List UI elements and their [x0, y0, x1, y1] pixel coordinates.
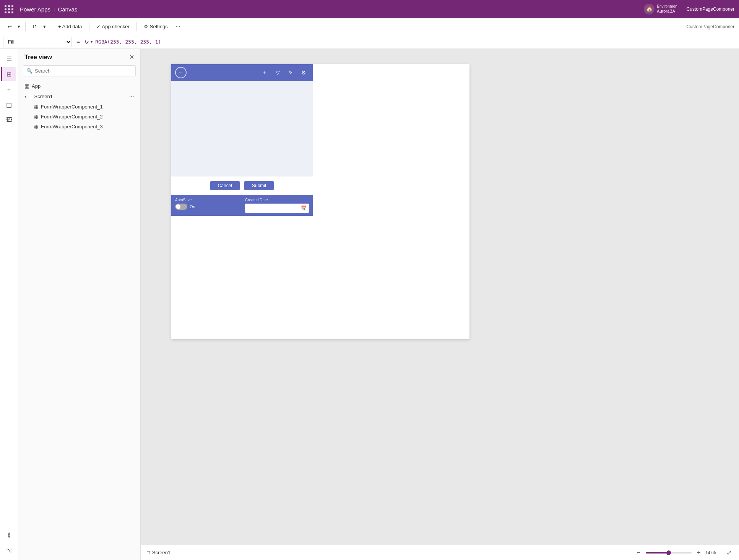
header-actions: + ▽ ✎ ⚙ [259, 67, 309, 78]
title-separator: | [54, 6, 55, 12]
equals-sign: = [75, 39, 81, 45]
tree-item-app[interactable]: ▦ App [18, 81, 140, 91]
toggle-knob [176, 204, 180, 209]
app-launcher-icon[interactable] [5, 5, 14, 13]
formula-input[interactable] [95, 39, 736, 45]
filter-button[interactable]: ▽ [272, 67, 283, 78]
environment-label-text: Environmen [657, 4, 677, 8]
form2-label: FormWrapperComponent_2 [41, 114, 134, 120]
context-label: Canvas [58, 6, 77, 13]
environment-selector[interactable]: 🏠 Environmen AuroraBA [644, 4, 677, 15]
back-icon: ← [178, 70, 184, 76]
tree-close-button[interactable]: ✕ [129, 53, 134, 61]
screen-expand-icon: ▾ [24, 94, 26, 99]
product-name: Power Apps [20, 6, 50, 13]
media-button[interactable]: 🖼 [2, 113, 16, 127]
tree-content: ▦ App ▾ □ Screen1 ··· ▦ FormWrapperCompo… [18, 81, 140, 560]
app-checker-icon: ✓ [96, 24, 101, 29]
screen-label-area: □ Screen1 [147, 550, 171, 555]
back-button[interactable]: ← [175, 67, 187, 78]
screen1-more-button[interactable]: ··· [129, 93, 134, 100]
fit-to-screen-button[interactable]: ⤢ [724, 549, 733, 557]
autosave-label: AutoSave [175, 198, 239, 202]
nav-toggle-button[interactable]: ☰ [2, 52, 16, 66]
save-button[interactable]: 🗋 [29, 22, 41, 31]
zoom-in-button[interactable]: + [695, 549, 703, 557]
add-record-button[interactable]: + [259, 67, 270, 78]
toolbar-separator-4 [136, 22, 137, 31]
filter-icon: ▽ [276, 70, 280, 76]
flows-button[interactable]: ⟫ [2, 528, 16, 542]
app-label: App [32, 83, 134, 89]
zoom-controls: − + 50% ⤢ [634, 549, 733, 557]
undo-button[interactable]: ↩ [5, 22, 15, 31]
toolbar-separator-1 [25, 22, 26, 31]
tree-item-form2[interactable]: ▦ FormWrapperComponent_2 [18, 112, 140, 121]
undo-dropdown-button[interactable]: ▾ [16, 22, 21, 31]
top-bar-right: 🏠 Environmen AuroraBA CustomPageComponer [644, 4, 734, 15]
form-area [171, 81, 313, 176]
screen-icon: □ [147, 550, 150, 555]
app-checker-button[interactable]: ✓ App checker [93, 22, 133, 31]
autosave-toggle-row: On [175, 204, 239, 210]
toolbar-separator-3 [89, 22, 89, 31]
app-canvas: ← + ▽ ✎ ⚙ [171, 64, 469, 339]
tree-search-input[interactable] [35, 66, 132, 76]
insert-button[interactable]: + [2, 83, 16, 96]
tree-item-form1[interactable]: ▦ FormWrapperComponent_1 [18, 102, 140, 112]
submit-button[interactable]: Submit [244, 181, 274, 190]
property-selector[interactable]: Fill [3, 37, 72, 47]
zoom-slider[interactable] [646, 552, 692, 554]
edit-icon: ✎ [288, 70, 293, 76]
environment-info: Environmen AuroraBA [657, 4, 677, 14]
zoom-slider-fill [646, 552, 669, 554]
formula-fx-button[interactable]: fx ▾ [84, 39, 92, 45]
created-date-input[interactable]: 📅 [245, 204, 309, 213]
variables-button[interactable]: ⌥ [2, 543, 16, 557]
formula-chevron-icon: ▾ [90, 40, 92, 44]
tree-item-form3[interactable]: ▦ FormWrapperComponent_3 [18, 121, 140, 131]
screen1-label: Screen1 [34, 94, 127, 99]
icon-sidebar: ☰ ⊞ + ◫ 🖼 ⟫ ⌥ [0, 49, 18, 560]
component-preview: ← + ▽ ✎ ⚙ [171, 64, 313, 216]
formula-bar: Fill = fx ▾ [0, 35, 739, 49]
bottom-bar: □ Screen1 − + 50% ⤢ [141, 545, 739, 560]
tree-search-container: 🔍 [23, 65, 136, 76]
zoom-percentage: 50% [706, 550, 721, 555]
data-button[interactable]: ◫ [2, 98, 16, 112]
layers-button[interactable]: ⊞ [1, 67, 16, 81]
fx-label: fx [84, 39, 89, 45]
tree-item-screen1[interactable]: ▾ □ Screen1 ··· [18, 91, 140, 102]
toolbar-separator-2 [51, 22, 51, 31]
edit-button[interactable]: ✎ [285, 67, 296, 78]
toolbar-right-area: CustomPageComponer [687, 24, 734, 29]
component-header: ← + ▽ ✎ ⚙ [171, 64, 313, 81]
screen-name-label: Screen1 [152, 550, 171, 555]
cancel-button[interactable]: Cancel [210, 181, 240, 190]
search-icon: 🔍 [26, 68, 32, 74]
top-bar: Power Apps | Canvas 🏠 Environmen AuroraB… [0, 0, 739, 18]
autosave-field: AutoSave On [175, 198, 239, 213]
main-layout: ☰ ⊞ + ◫ 🖼 ⟫ ⌥ Tree view ✕ 🔍 ▦ App ▾ □ [0, 49, 739, 560]
autosave-on-label: On [190, 204, 195, 209]
tree-panel: Tree view ✕ 🔍 ▦ App ▾ □ Screen1 ··· ▦ [18, 49, 141, 560]
component-settings-button[interactable]: ⚙ [298, 67, 309, 78]
zoom-out-button[interactable]: − [634, 549, 643, 557]
add-data-button[interactable]: + Add data [55, 22, 85, 31]
form3-label: FormWrapperComponent_3 [41, 124, 134, 129]
created-date-field: Created Date 📅 [245, 198, 309, 213]
app-icon: ▦ [24, 83, 29, 89]
save-dropdown-button[interactable]: ▾ [42, 22, 47, 31]
tree-title: Tree view [24, 54, 52, 61]
autosave-toggle[interactable] [175, 204, 187, 210]
form2-icon: ▦ [34, 113, 39, 120]
page-component-name: CustomPageComponer [687, 24, 734, 29]
settings-icon: ⚙ [144, 24, 148, 29]
settings-button[interactable]: ⚙ Settings [141, 22, 171, 31]
zoom-thumb [666, 550, 671, 555]
form3-icon: ▦ [34, 123, 39, 129]
component-settings-icon: ⚙ [301, 70, 306, 76]
toolbar: ↩ ▾ 🗋 ▾ + Add data ✓ App checker ⚙ Setti… [0, 18, 739, 35]
form1-icon: ▦ [34, 104, 39, 110]
more-options-button[interactable]: ⋯ [172, 22, 184, 31]
